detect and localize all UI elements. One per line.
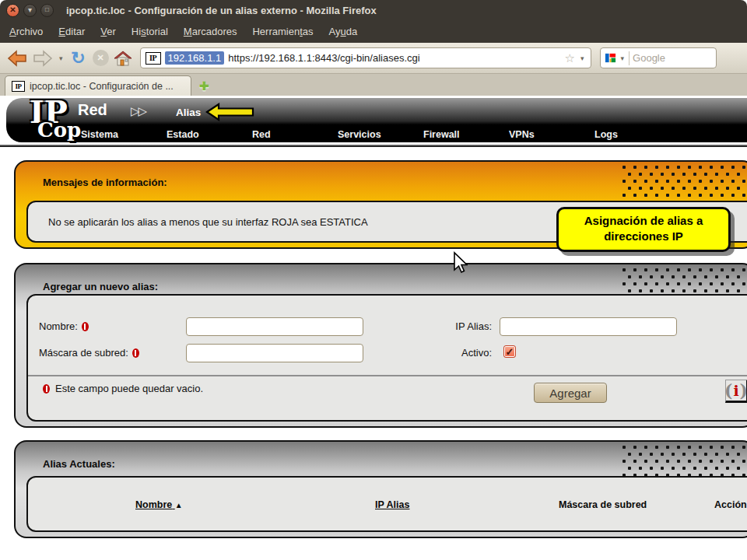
annotation-callout: Asignación de alias a direcciones IP [556, 207, 731, 252]
refresh-button[interactable]: ↻ [68, 48, 89, 68]
activo-label: Activo: [417, 347, 492, 359]
tab-favicon: IP [12, 81, 25, 92]
home-button[interactable] [113, 49, 133, 68]
nav-servicios[interactable]: Servicios [338, 129, 423, 140]
titlebar: ✕ ▾ □ ipcop.tic.loc - Configuración de u… [0, 0, 747, 20]
header-divider [0, 145, 747, 147]
mascara-label: Máscara de subred: [39, 347, 139, 359]
current-panel-title: Alias Actuales: [43, 458, 115, 470]
breadcrumb-page: Alias [176, 107, 201, 118]
back-button[interactable] [6, 49, 28, 68]
ip-alias-label: IP Alias: [417, 320, 492, 332]
page-content: IP Cop Red ▷▷ Alias Sistema Estado Red S… [0, 96, 747, 560]
nav-logs[interactable]: Logs [594, 129, 680, 140]
column-accion: Acción [714, 499, 747, 510]
url-text: https://192.168.1.1:8443/cgi-bin/aliases… [228, 52, 419, 64]
dot-pattern-decoration [622, 164, 747, 198]
required-field-icon [43, 384, 50, 394]
nav-vpns[interactable]: VPNs [509, 129, 594, 140]
new-tab-button[interactable]: ✚ [199, 79, 209, 96]
nav-red[interactable]: Red [252, 129, 338, 140]
column-ip-alias-sort[interactable]: IP Alias [375, 499, 409, 510]
window-controls: ✕ ▾ □ [6, 4, 54, 17]
current-aliases-panel: Alias Actuales: Nombre ▲ IP Alias Máscar… [14, 440, 747, 538]
nombre-label: Nombre: [39, 320, 89, 332]
ipcop-nav: Sistema Estado Red Servicios Firewall VP… [6, 129, 747, 140]
breadcrumb-separator-icon: ▷▷ [131, 104, 146, 118]
mouse-cursor [452, 251, 468, 275]
nombre-input[interactable] [186, 317, 363, 336]
menu-herramientas[interactable]: Herramientas [252, 26, 313, 37]
search-input[interactable] [633, 52, 698, 64]
tab-title: ipcop.tic.loc - Configuración de ... [30, 81, 174, 92]
minimize-button[interactable]: ▾ [23, 4, 37, 17]
mascara-input[interactable] [186, 344, 363, 362]
info-message-text: No se aplicarán los alias a menos que su… [48, 202, 368, 241]
menu-ver[interactable]: Ver [100, 26, 116, 37]
menu-ayuda[interactable]: Ayuda [329, 26, 358, 37]
required-field-icon [132, 348, 139, 358]
url-dropdown[interactable]: ▾ [579, 54, 586, 62]
info-panel-title: Mensajes de información: [43, 177, 167, 188]
close-button[interactable]: ✕ [6, 4, 19, 17]
breadcrumb-section: Red [78, 101, 107, 119]
ip-alias-input[interactable] [500, 317, 677, 336]
menu-historial[interactable]: Historial [132, 26, 168, 37]
url-selected-text: 192.168.1.1 [165, 51, 225, 65]
add-alias-form: Nombre: IP Alias: Máscara de subred: Act… [26, 294, 747, 422]
menu-marcadores[interactable]: Marcadores [184, 26, 237, 37]
field-note: Este campo puede quedar vacio. [43, 383, 203, 394]
back-arrow-icon [6, 49, 28, 68]
nav-estado[interactable]: Estado [167, 129, 252, 140]
menu-archivo[interactable]: Archivo [9, 26, 43, 37]
form-divider [28, 375, 747, 376]
search-engine-dropdown[interactable]: ▾ [619, 54, 626, 62]
yellow-pointer-arrow-icon [205, 103, 255, 121]
ipcop-header: IP Cop Red ▷▷ Alias Sistema Estado Red S… [6, 98, 747, 142]
column-mascara: Máscara de subred [559, 499, 647, 510]
menu-editar[interactable]: Editar [58, 26, 85, 37]
maximize-button[interactable]: □ [40, 4, 54, 17]
window-title: ipcop.tic.loc - Configuración de un alia… [66, 5, 377, 16]
activo-checkbox[interactable]: ✓ [503, 345, 516, 358]
forward-button[interactable] [32, 49, 54, 68]
add-alias-panel: Agregar un nuevo alias: Nombre: IP Alias… [14, 263, 747, 428]
firefox-window: ✕ ▾ □ ipcop.tic.loc - Configuración de u… [0, 0, 747, 560]
back-history-dropdown[interactable]: ▾ [58, 54, 65, 62]
nav-firewall[interactable]: Firewall [423, 129, 509, 140]
search-bar[interactable]: ▾ [600, 47, 717, 68]
column-nombre-sort[interactable]: Nombre ▲ [135, 499, 183, 510]
tab-bar: IP ipcop.tic.loc - Configuración de ... … [0, 74, 747, 96]
table-header-row: Nombre ▲ IP Alias Máscara de subred Acci… [28, 499, 747, 515]
bookmark-star-icon[interactable]: ☆ [565, 51, 575, 65]
stop-button[interactable]: ✕ [93, 50, 109, 66]
site-favicon: IP [146, 52, 161, 65]
google-logo-icon [605, 52, 616, 64]
help-info-icon[interactable]: ( i ) [725, 380, 747, 403]
dot-pattern-decoration [622, 444, 747, 478]
required-field-icon [82, 322, 89, 331]
aliases-table: Nombre ▲ IP Alias Máscara de subred Acci… [26, 476, 747, 532]
agregar-button[interactable]: Agregar [534, 383, 607, 403]
forward-arrow-icon [32, 49, 54, 68]
navigation-toolbar: ▾ ↻ ✕ IP 192.168.1.1 https://192.168.1.1… [0, 43, 747, 74]
menu-bar: Archivo Editar Ver Historial Marcadores … [0, 20, 747, 43]
add-panel-title: Agregar un nuevo alias: [43, 281, 158, 292]
url-bar[interactable]: IP 192.168.1.1 https://192.168.1.1:8443/… [140, 47, 591, 68]
sort-ascending-icon: ▲ [175, 501, 183, 509]
home-icon [113, 49, 133, 68]
nav-sistema[interactable]: Sistema [81, 129, 167, 140]
